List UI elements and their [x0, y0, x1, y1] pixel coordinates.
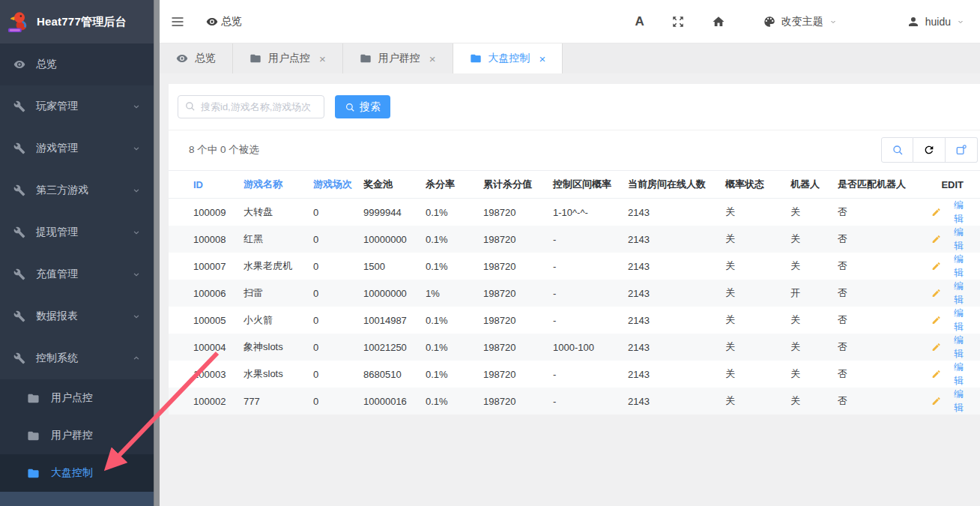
- column-header-10: 机器人: [790, 171, 838, 199]
- edit-link[interactable]: 编辑: [931, 253, 964, 280]
- search-icon: [345, 102, 355, 112]
- pencil-icon: [931, 315, 941, 325]
- tab-close-icon[interactable]: ×: [429, 52, 436, 65]
- wrench-icon: [13, 310, 25, 322]
- cell-match-robot: 否: [838, 334, 931, 361]
- sidebar: Heat777管理后台 总览 玩家管理 游戏管理 第三方游戏 提现管理 充值管理…: [0, 0, 154, 506]
- column-header-4: 奖金池: [363, 171, 426, 199]
- cell-kill-rate: 0.1%: [426, 388, 483, 415]
- cell-id: 100002: [169, 388, 244, 415]
- tab-label: 用户点控: [268, 52, 310, 65]
- user-icon: [907, 15, 920, 28]
- tab-2[interactable]: 用户点控 ×: [233, 43, 343, 73]
- sidebar-item-label: 总览: [36, 58, 57, 71]
- tab-close-icon[interactable]: ×: [319, 52, 326, 65]
- app-logo[interactable]: Heat777管理后台: [0, 0, 154, 43]
- cell-robot: 关: [790, 334, 838, 361]
- table-row[interactable]: 100004 象神slots 0 10021250 0.1% 198720 10…: [169, 334, 980, 361]
- cell-match-robot: 否: [838, 361, 931, 388]
- cell-id: 100004: [169, 334, 244, 361]
- cell-robot: 关: [790, 226, 838, 253]
- folder-icon: [27, 467, 40, 480]
- edit-link[interactable]: 编辑: [931, 199, 964, 226]
- cell-id: 100005: [169, 307, 244, 334]
- user-menu[interactable]: huidu: [907, 15, 965, 28]
- search-input[interactable]: [178, 95, 324, 118]
- cell-id: 100008: [169, 226, 244, 253]
- toolbar-export-button[interactable]: [946, 137, 978, 163]
- chevron-down-icon: [131, 185, 142, 196]
- cell-prob-state: 关: [725, 307, 790, 334]
- cell-range-prob: -: [553, 226, 628, 253]
- table-row[interactable]: 100003 水果slots 0 8680510 0.1% 198720 - 2…: [169, 361, 980, 388]
- cell-game-name: 红黑: [244, 226, 313, 253]
- cell-game-name: 小火箭: [244, 307, 313, 334]
- sidebar-item-control-system[interactable]: 控制系统: [0, 337, 154, 379]
- sidebar-item-overview[interactable]: 总览: [0, 43, 154, 85]
- cell-game-name: 象神slots: [244, 334, 313, 361]
- toolbar-refresh-button[interactable]: [913, 137, 946, 163]
- sidebar-subitem-3[interactable]: 大盘控制: [0, 454, 154, 492]
- hamburger-menu-icon[interactable]: [170, 14, 185, 29]
- cell-pool: 9999944: [363, 199, 426, 226]
- edit-link[interactable]: 编辑: [931, 388, 964, 415]
- main-area: 总览 A 改变主题 huidu 总览: [160, 0, 980, 506]
- table-row[interactable]: 100002 777 0 10000016 0.1% 198720 - 2143…: [169, 388, 980, 415]
- edit-link[interactable]: 编辑: [931, 361, 964, 388]
- cell-pool: 1500: [363, 253, 426, 280]
- toolbar-search-button[interactable]: [881, 137, 913, 163]
- eye-icon: [13, 58, 25, 70]
- table-row[interactable]: 100006 扫雷 0 10000000 1% 198720 - 2143 关 …: [169, 280, 980, 307]
- column-header-1[interactable]: ID: [169, 171, 244, 199]
- cell-pool: 10000000: [363, 226, 426, 253]
- app-title: Heat777管理后台: [37, 15, 127, 29]
- font-size-button[interactable]: A: [635, 14, 644, 29]
- search-button[interactable]: 搜索: [335, 95, 390, 118]
- cell-game-name: 大转盘: [244, 199, 313, 226]
- column-header-3[interactable]: 游戏场次: [313, 171, 363, 199]
- sidebar-scrollbar[interactable]: [154, 0, 160, 506]
- sidebar-item-4[interactable]: 提现管理: [0, 211, 154, 253]
- table-toolbar: [881, 137, 978, 163]
- sidebar-item-2[interactable]: 游戏管理: [0, 127, 154, 169]
- edit-link[interactable]: 编辑: [931, 226, 964, 253]
- table-row[interactable]: 100008 红黑 0 10000000 0.1% 198720 - 2143 …: [169, 226, 980, 253]
- pencil-icon: [931, 396, 941, 406]
- table-row[interactable]: 100007 水果老虎机 0 1500 0.1% 198720 - 2143 关…: [169, 253, 980, 280]
- sidebar-subitem-1[interactable]: 用户点控: [0, 379, 154, 417]
- edit-link[interactable]: 编辑: [931, 334, 964, 361]
- cell-game-name: 扫雷: [244, 280, 313, 307]
- sidebar-item-5[interactable]: 充值管理: [0, 253, 154, 295]
- cell-id: 100009: [169, 199, 244, 226]
- edit-link[interactable]: 编辑: [931, 280, 964, 307]
- tab-3[interactable]: 用户群控 ×: [343, 43, 453, 73]
- cell-kill-rate: 1%: [426, 280, 483, 307]
- edit-link[interactable]: 编辑: [931, 307, 964, 334]
- column-header-2[interactable]: 游戏名称: [244, 171, 313, 199]
- cell-session: 0: [313, 280, 363, 307]
- tab-4[interactable]: 大盘控制 ×: [453, 43, 563, 73]
- cell-pool: 10000016: [363, 388, 426, 415]
- cell-online: 2143: [628, 280, 725, 307]
- table-row[interactable]: 100005 小火箭 0 10014987 0.1% 198720 - 2143…: [169, 307, 980, 334]
- table-row[interactable]: 100009 大转盘 0 9999944 0.1% 198720 1-10^-^…: [169, 199, 980, 226]
- tab-1[interactable]: 总览: [160, 43, 233, 73]
- fullscreen-icon[interactable]: [671, 15, 685, 28]
- sidebar-item-3[interactable]: 第三方游戏: [0, 169, 154, 211]
- sidebar-item-1[interactable]: 玩家管理: [0, 85, 154, 127]
- cell-pool: 10021250: [363, 334, 426, 361]
- tab-close-icon[interactable]: ×: [539, 52, 546, 65]
- sidebar-item-6[interactable]: 数据报表: [0, 295, 154, 337]
- theme-switcher[interactable]: 改变主题: [763, 15, 838, 28]
- cell-kill-rate: 0.1%: [426, 334, 483, 361]
- cell-robot: 关: [790, 253, 838, 280]
- column-header-5: 杀分率: [426, 171, 483, 199]
- cell-pool: 10014987: [363, 307, 426, 334]
- search-icon: [184, 100, 196, 112]
- cell-robot: 关: [790, 199, 838, 226]
- home-icon[interactable]: [712, 15, 725, 28]
- breadcrumb[interactable]: 总览: [206, 15, 242, 28]
- sidebar-subitem-2[interactable]: 用户群控: [0, 417, 154, 454]
- sidebar-item-label: 数据报表: [36, 310, 78, 323]
- cell-range-prob: 1-10^-^-: [553, 199, 628, 226]
